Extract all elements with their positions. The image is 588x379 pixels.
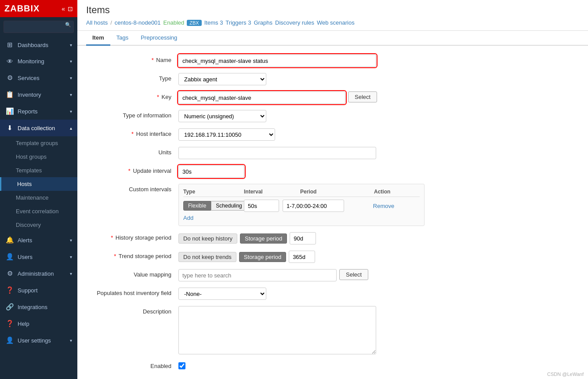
tab-item[interactable]: Item — [86, 31, 110, 46]
logo-controls[interactable]: « ⊡ — [62, 5, 73, 12]
trend-storage-period-btn[interactable]: Storage period — [239, 252, 286, 262]
sidebar-item-monitoring[interactable]: 👁 Monitoring ▾ — [0, 53, 77, 69]
support-icon: ❓ — [5, 286, 14, 294]
sidebar-item-dashboards[interactable]: ⊞ Dashboards ▾ — [0, 36, 77, 53]
tab-preprocessing[interactable]: Preprocessing — [134, 31, 183, 46]
breadcrumb-discovery-rules[interactable]: Discovery rules — [275, 19, 314, 26]
tabs-bar: Item Tags Preprocessing — [77, 31, 588, 46]
do-not-keep-history-btn[interactable]: Do not keep history — [178, 233, 237, 244]
update-interval-input[interactable] — [178, 165, 244, 178]
form-area: * Name Type Zabbix agent * Key Select Ty… — [77, 46, 588, 379]
history-label: * History storage period — [91, 232, 178, 241]
sidebar-item-inventory[interactable]: 📋 Inventory ▾ — [0, 86, 77, 103]
breadcrumb-all-hosts[interactable]: All hosts — [86, 19, 108, 26]
sidebar-item-data-collection[interactable]: ⬇ Data collection ▴ — [0, 120, 77, 136]
sidebar-sub-maintenance[interactable]: Maintenance — [0, 191, 77, 204]
chevron-icon: ▾ — [70, 92, 72, 97]
chevron-icon: ▾ — [70, 238, 72, 243]
history-storage-period-btn[interactable]: Storage period — [240, 233, 287, 244]
action-buttons-row: Add Test Cancel — [91, 375, 575, 379]
sidebar-item-label: Alerts — [18, 237, 32, 244]
value-mapping-input[interactable] — [178, 269, 337, 281]
sidebar-item-alerts[interactable]: 🔔 Alerts ▾ — [0, 232, 77, 248]
sidebar-sub-event-correlation[interactable]: Event correlation — [0, 204, 77, 218]
breadcrumb-host[interactable]: centos-8-node001 — [115, 19, 161, 26]
type-info-label: Type of information — [91, 110, 178, 119]
key-row: * Key Select — [91, 91, 575, 104]
sidebar-item-help[interactable]: ❓ Help — [0, 315, 77, 332]
page-header: Items All hosts / centos-8-node001 Enabl… — [77, 0, 588, 31]
search-wrap — [4, 21, 74, 33]
ci-add-button[interactable]: Add — [183, 215, 193, 221]
ci-type-header: Type — [183, 189, 240, 195]
value-mapping-label: Value mapping — [91, 269, 178, 278]
breadcrumb-graphs[interactable]: Graphs — [254, 19, 272, 26]
sidebar-sub-templates[interactable]: Templates — [0, 164, 77, 177]
description-textarea[interactable] — [178, 306, 376, 354]
key-input[interactable] — [178, 91, 345, 104]
host-interface-select[interactable]: 192.168.179.11:10050 — [178, 128, 275, 141]
update-interval-label: * Update interval — [91, 165, 178, 174]
key-select-button[interactable]: Select — [348, 91, 377, 102]
value-mapping-select-button[interactable]: Select — [339, 269, 368, 280]
integrations-icon: 🔗 — [5, 303, 14, 311]
sidebar-sub-discovery[interactable]: Discovery — [0, 218, 77, 232]
watermark: CSDN @LeWanf — [547, 372, 584, 377]
name-input[interactable] — [178, 55, 376, 67]
services-icon: ⚙ — [5, 74, 14, 82]
populates-label: Populates host inventory field — [91, 288, 178, 296]
units-row: Units — [91, 147, 575, 159]
host-interface-label: * Host interface — [91, 128, 178, 137]
sidebar-search-input[interactable] — [4, 21, 74, 33]
sidebar-item-integrations[interactable]: 🔗 Integrations — [0, 299, 77, 315]
breadcrumb-enabled[interactable]: Enabled — [163, 19, 185, 26]
expand-icon[interactable]: ⊡ — [68, 5, 73, 12]
breadcrumb-web-scenarios[interactable]: Web scenarios — [317, 19, 355, 26]
breadcrumb-triggers[interactable]: Triggers 3 — [225, 19, 251, 26]
enabled-checkbox[interactable] — [178, 362, 185, 369]
sidebar-sub-host-groups[interactable]: Host groups — [0, 150, 77, 164]
sidebar-item-label: Integrations — [18, 304, 47, 310]
zbx-badge: ZBX — [187, 20, 201, 26]
populates-select[interactable]: -None- — [178, 288, 266, 300]
sidebar-item-reports[interactable]: 📊 Reports ▾ — [0, 103, 77, 120]
type-info-select[interactable]: Numeric (unsigned) — [178, 110, 266, 122]
populates-row: Populates host inventory field -None- — [91, 288, 575, 300]
enabled-label: Enabled — [91, 361, 178, 369]
sidebar-item-support[interactable]: ❓ Support — [0, 282, 77, 299]
do-not-keep-trends-btn[interactable]: Do not keep trends — [178, 252, 236, 262]
sidebar-sub-template-groups[interactable]: Template groups — [0, 136, 77, 150]
flexible-btn[interactable]: Flexible — [183, 201, 211, 211]
value-mapping-row: Value mapping Select — [91, 269, 575, 281]
ci-interval-input[interactable] — [244, 200, 279, 212]
sidebar-item-administration[interactable]: ⚙ Administration ▾ — [0, 265, 77, 282]
sidebar-item-label: Users — [18, 254, 33, 260]
type-select[interactable]: Zabbix agent — [178, 73, 266, 85]
sidebar-item-label: Help — [18, 321, 29, 327]
key-label: * Key — [91, 91, 178, 100]
administration-icon: ⚙ — [5, 270, 14, 277]
type-info-row: Type of information Numeric (unsigned) — [91, 110, 575, 122]
ci-period-input[interactable] — [283, 200, 344, 212]
scheduling-btn[interactable]: Scheduling — [211, 201, 247, 211]
history-value-input[interactable] — [290, 232, 316, 244]
sidebar-sub-hosts[interactable]: Hosts — [0, 177, 77, 191]
sidebar-item-services[interactable]: ⚙ Services ▾ — [0, 69, 77, 86]
sidebar-item-label: Dashboards — [18, 42, 48, 48]
sidebar-item-label: Inventory — [18, 91, 41, 98]
trend-value-input[interactable] — [289, 251, 315, 263]
trend-row: * Trend storage period Do not keep trend… — [91, 251, 575, 263]
sidebar-item-label: Reports — [18, 108, 38, 115]
breadcrumb-sep1: / — [110, 19, 112, 26]
units-input[interactable] — [178, 147, 376, 159]
breadcrumb-items[interactable]: Items 3 — [204, 19, 223, 26]
help-icon: ❓ — [5, 320, 14, 328]
enabled-row: Enabled — [91, 361, 575, 369]
sidebar-item-user-settings[interactable]: 👤 User settings ▾ — [0, 332, 77, 349]
sidebar: ZABBIX « ⊡ ⊞ Dashboards ▾ 👁 Monitoring ▾… — [0, 0, 77, 379]
tab-tags[interactable]: Tags — [110, 31, 134, 46]
collapse-icon[interactable]: « — [62, 5, 65, 12]
page-title: Items — [86, 4, 579, 16]
sidebar-item-users[interactable]: 👤 Users ▾ — [0, 248, 77, 265]
ci-remove-button[interactable]: Remove — [348, 203, 420, 209]
